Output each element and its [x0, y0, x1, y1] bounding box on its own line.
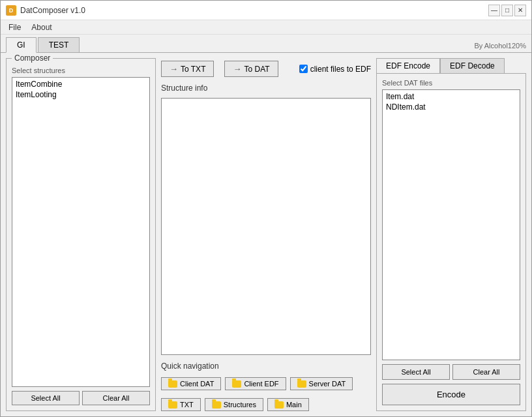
right-panel: EDF Encode EDF Decode Select DAT files I…	[376, 58, 526, 411]
maximize-button[interactable]: □	[501, 5, 513, 16]
encode-panel: Select DAT files Item.dat NDItem.dat Sel…	[376, 73, 526, 411]
arrow-right-icon: →	[233, 64, 241, 74]
quick-nav-label: Quick navigation	[161, 362, 371, 371]
menu-about[interactable]: About	[26, 22, 57, 33]
composer-group: Composer Select structures ItemCombine I…	[6, 58, 156, 411]
client-edf-button[interactable]: Client EDF	[225, 377, 286, 390]
minimize-icon: —	[491, 7, 497, 14]
folder-icon	[168, 401, 177, 409]
client-files-label: client files to EDF	[310, 65, 371, 74]
encode-tabs: EDF Encode EDF Decode	[376, 58, 526, 74]
structures-buttons: Select All Clear All	[12, 391, 150, 405]
client-files-checkbox-row: client files to EDF	[299, 65, 371, 74]
list-item[interactable]: ItemLooting	[14, 89, 148, 100]
folder-icon	[297, 380, 306, 388]
close-icon: ✕	[518, 7, 523, 14]
folder-icon	[168, 380, 177, 388]
menu-bar: File About	[1, 20, 531, 35]
select-all-dat-button[interactable]: Select All	[382, 364, 450, 380]
window-title: DatComposer v1.0	[20, 6, 85, 15]
menu-file[interactable]: File	[3, 22, 26, 33]
to-txt-button[interactable]: → To TXT	[161, 61, 214, 77]
title-bar: D DatComposer v1.0 — □ ✕	[1, 1, 531, 20]
list-item[interactable]: NDItem.dat	[384, 102, 518, 112]
folder-icon	[274, 401, 284, 409]
tab-edf-encode[interactable]: EDF Encode	[376, 58, 440, 74]
folder-buttons-row-1: Client DAT Client EDF Server DAT	[161, 377, 371, 390]
structure-info-label: Structure info	[161, 84, 371, 93]
to-dat-button[interactable]: → To DAT	[224, 61, 278, 77]
txt-button[interactable]: TXT	[161, 398, 201, 411]
client-files-checkbox[interactable]	[299, 65, 308, 73]
structures-list[interactable]: ItemCombine ItemLooting	[12, 77, 150, 387]
main-window: D DatComposer v1.0 — □ ✕ File About GI T…	[0, 0, 532, 417]
left-panel: Composer Select structures ItemCombine I…	[6, 58, 156, 411]
list-item[interactable]: Item.dat	[384, 91, 518, 102]
maximize-icon: □	[505, 7, 509, 14]
select-dat-files-label: Select DAT files	[382, 79, 520, 87]
arrow-right-icon: →	[170, 64, 178, 74]
dat-files-list[interactable]: Item.dat NDItem.dat	[382, 89, 520, 360]
clear-all-structures-button[interactable]: Clear All	[82, 391, 150, 405]
structure-info-box[interactable]	[161, 98, 371, 355]
main-content: Composer Select structures ItemCombine I…	[1, 53, 531, 416]
list-item[interactable]: ItemCombine	[14, 79, 148, 89]
tabs-bar: GI TEST By Alcohol120%	[1, 35, 531, 53]
main-button[interactable]: Main	[267, 398, 309, 411]
select-structures-label: Select structures	[12, 67, 150, 74]
close-button[interactable]: ✕	[514, 5, 526, 16]
app-icon: D	[6, 5, 16, 16]
folder-buttons-row-2: TXT Structures Main	[161, 398, 371, 411]
minimize-button[interactable]: —	[488, 5, 500, 16]
server-dat-button[interactable]: Server DAT	[290, 377, 353, 390]
composer-group-title: Composer	[12, 54, 53, 63]
tab-test[interactable]: TEST	[38, 37, 80, 52]
title-bar-left: D DatComposer v1.0	[6, 5, 85, 16]
arrow-row: → To TXT → To DAT client files to EDF	[161, 58, 371, 80]
select-all-structures-button[interactable]: Select All	[12, 391, 80, 405]
title-controls: — □ ✕	[488, 5, 526, 16]
clear-all-dat-button[interactable]: Clear All	[452, 364, 520, 380]
tab-edf-decode[interactable]: EDF Decode	[440, 58, 505, 74]
dat-files-buttons: Select All Clear All	[382, 364, 520, 380]
center-panel: → To TXT → To DAT client files to EDF St…	[161, 58, 371, 411]
folder-icon	[232, 380, 241, 388]
by-label: By Alcohol120%	[475, 42, 527, 50]
tab-gui[interactable]: GI	[6, 37, 37, 53]
folder-icon	[212, 401, 221, 409]
client-dat-button[interactable]: Client DAT	[161, 377, 221, 390]
structures-button[interactable]: Structures	[205, 398, 263, 411]
encode-button[interactable]: Encode	[382, 384, 520, 405]
